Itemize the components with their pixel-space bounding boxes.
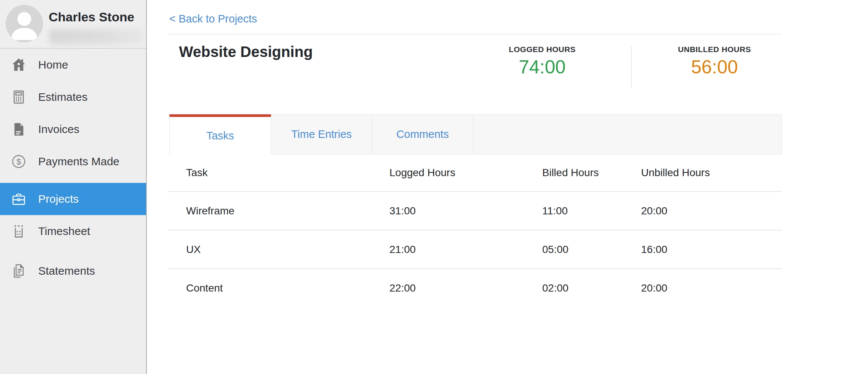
user-profile-section: Charles Stone — [0, 0, 146, 49]
sidebar-item-payments-made[interactable]: $ Payments Made — [0, 145, 146, 178]
tab-time-entries[interactable]: Time Entries — [271, 115, 372, 154]
tasks-table: Task Logged Hours Billed Hours Unbilled … — [168, 154, 782, 307]
unbilled-hours-cell: 20:00 — [641, 282, 782, 294]
client-portal-page: Charles Stone Home — [0, 0, 868, 374]
sidebar-item-estimates[interactable]: Estimates — [0, 81, 146, 113]
header-divider — [168, 34, 782, 34]
table-row: Content 22:00 02:00 20:00 — [168, 268, 782, 307]
task-name-cell: Wireframe — [168, 205, 389, 217]
tab-comments[interactable]: Comments — [372, 115, 473, 154]
table-row: Wireframe 31:00 11:00 20:00 — [168, 191, 782, 230]
logged-hours-stat: LOGGED HOURS 74:00 — [486, 45, 598, 78]
sidebar-item-projects[interactable]: Projects — [0, 183, 146, 215]
billed-hours-cell: 11:00 — [542, 205, 641, 217]
person-icon — [6, 5, 43, 42]
logged-hours-cell: 21:00 — [389, 244, 542, 256]
logged-hours-cell: 22:00 — [389, 282, 542, 294]
logged-hours-cell: 31:00 — [389, 205, 542, 217]
sidebar: Charles Stone Home — [0, 0, 147, 374]
task-name-cell: Content — [168, 282, 389, 294]
unbilled-hours-cell: 20:00 — [641, 205, 782, 217]
avatar — [6, 5, 43, 42]
column-header-billed-hours: Billed Hours — [542, 167, 641, 179]
user-subtitle-redacted — [49, 29, 143, 44]
table-header-row: Task Logged Hours Billed Hours Unbilled … — [168, 154, 782, 191]
sidebar-item-invoices[interactable]: Invoices — [0, 113, 146, 145]
task-name-cell: UX — [168, 244, 389, 256]
sidebar-item-statements[interactable]: Statements — [0, 255, 146, 287]
unbilled-hours-label: UNBILLED HOURS — [658, 45, 771, 54]
tab-bar: Tasks Time Entries Comments — [169, 114, 782, 154]
sidebar-item-label: Timesheet — [38, 225, 90, 238]
column-header-unbilled-hours: Unbilled Hours — [641, 167, 782, 179]
sidebar-item-label: Projects — [38, 193, 79, 205]
svg-text:$: $ — [16, 157, 21, 166]
project-title: Website Designing — [179, 43, 313, 60]
statement-icon — [10, 263, 27, 279]
sidebar-item-label: Home — [38, 58, 68, 71]
sidebar-menu: Home Estimates — [0, 49, 146, 287]
main-content: < Back to Projects Website Designing LOG… — [147, 0, 868, 374]
unbilled-hours-stat: UNBILLED HOURS 56:00 — [658, 45, 771, 78]
column-header-logged-hours: Logged Hours — [389, 167, 542, 179]
home-icon — [10, 57, 27, 73]
stats-vertical-divider — [631, 46, 632, 88]
sidebar-item-label: Invoices — [38, 123, 79, 136]
timesheet-icon — [10, 223, 27, 239]
billed-hours-cell: 05:00 — [542, 244, 641, 256]
sidebar-item-label: Estimates — [38, 91, 88, 103]
tab-tasks[interactable]: Tasks — [169, 114, 271, 154]
calculator-icon — [10, 89, 27, 105]
sidebar-item-timesheet[interactable]: Timesheet — [0, 215, 146, 247]
dollar-circle-icon: $ — [10, 153, 27, 170]
logged-hours-value: 74:00 — [486, 56, 598, 78]
logged-hours-label: LOGGED HOURS — [486, 45, 598, 54]
unbilled-hours-value: 56:00 — [658, 56, 771, 78]
invoice-icon — [10, 121, 27, 138]
briefcase-icon — [10, 191, 27, 207]
table-row: UX 21:00 05:00 16:00 — [168, 230, 782, 268]
back-to-projects-link[interactable]: < Back to Projects — [169, 13, 257, 25]
column-header-task: Task — [168, 167, 389, 179]
unbilled-hours-cell: 16:00 — [641, 244, 782, 256]
user-name: Charles Stone — [49, 10, 134, 24]
billed-hours-cell: 02:00 — [542, 282, 641, 294]
sidebar-item-label: Payments Made — [38, 155, 119, 168]
sidebar-item-label: Statements — [38, 265, 95, 277]
sidebar-item-home[interactable]: Home — [0, 49, 146, 81]
